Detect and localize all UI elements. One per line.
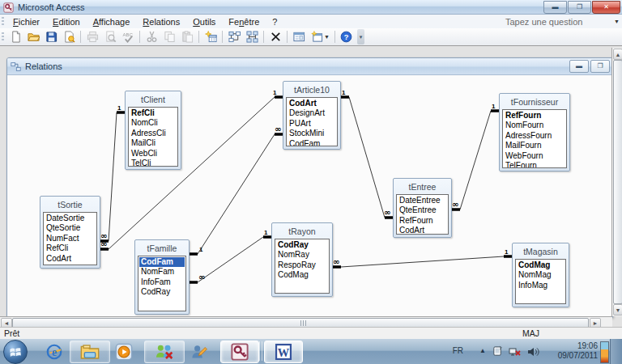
field-CodRay[interactable]: CodRay xyxy=(276,240,328,250)
all-relationships-button[interactable] xyxy=(243,28,261,45)
menu-outils[interactable]: Outils xyxy=(186,15,222,28)
database-window-button[interactable] xyxy=(290,28,308,45)
table-tArticle10[interactable]: tArticle10CodArtDesignArtPUArtStockMiniC… xyxy=(283,81,341,150)
table-title[interactable]: tFournisseur xyxy=(502,95,567,109)
field-NumFact[interactable]: NumFact xyxy=(45,234,96,243)
start-button[interactable] xyxy=(3,340,28,364)
field-DateSortie[interactable]: DateSortie xyxy=(45,214,96,223)
relations-title-bar[interactable]: Relations ▬ ❐ xyxy=(7,58,612,75)
field-QteEntree[interactable]: QteEntree xyxy=(398,205,447,215)
relations-maximize-button[interactable]: ❐ xyxy=(590,60,610,73)
title-bar[interactable]: Microsoft Access ▬ ❐ ✕ xyxy=(0,0,622,15)
relation-tMagasin-tRayon[interactable]: 1∞ xyxy=(333,248,512,267)
field-RefFourn[interactable]: RefFourn xyxy=(504,111,565,121)
taskbar-word-button[interactable]: W xyxy=(264,341,303,363)
volume-icon[interactable] xyxy=(526,345,539,358)
field-AdressFourn[interactable]: AdressFourn xyxy=(504,131,565,141)
clock[interactable]: 19:06 09/07/2011 xyxy=(558,341,598,361)
new-document-button[interactable] xyxy=(6,28,24,45)
field-MailCli[interactable]: MailCli xyxy=(130,138,177,148)
vertical-scrollbar[interactable]: ▲ ▼ xyxy=(611,48,622,316)
cut-button[interactable] xyxy=(143,28,160,45)
help-button[interactable]: ? xyxy=(338,28,356,45)
close-button[interactable]: ✕ xyxy=(592,1,620,14)
relation-tFournisseur-tEntree[interactable]: 1∞ xyxy=(452,103,499,210)
field-NomFourn[interactable]: NomFourn xyxy=(504,121,565,130)
field-StockMini[interactable]: StockMini xyxy=(288,129,336,138)
taskbar-windows-explorer-button[interactable] xyxy=(70,341,110,363)
field-CodArt[interactable]: CodArt xyxy=(398,226,447,235)
toolbar-grip[interactable] xyxy=(2,32,4,42)
field-WebCli[interactable]: WebCli xyxy=(130,149,177,159)
table-title[interactable]: tClient xyxy=(128,93,178,107)
field-AdressCli[interactable]: AdressCli xyxy=(130,129,177,138)
hidden-icons-icon[interactable]: ▲ xyxy=(479,347,486,354)
field-NomFam[interactable]: NomFam xyxy=(139,267,185,277)
menubar-grip[interactable] xyxy=(2,17,4,27)
paste-button[interactable] xyxy=(178,28,196,45)
field-RefCli[interactable]: RefCli xyxy=(45,243,96,253)
copy-button[interactable] xyxy=(160,28,178,45)
table-tFamille[interactable]: tFamilleCodFamNomFamInfoFamCodRay xyxy=(134,239,190,315)
print-preview-button[interactable] xyxy=(101,28,119,45)
action-center-icon[interactable] xyxy=(492,345,504,358)
show-table-button[interactable] xyxy=(202,28,219,45)
relation-tRayon-tFamille[interactable]: 1∞ xyxy=(190,229,271,282)
menu-relations[interactable]: Relations xyxy=(136,15,186,28)
language-indicator[interactable]: FR xyxy=(453,346,463,355)
table-title[interactable]: tRayon xyxy=(275,225,330,239)
desktop-gadget[interactable] xyxy=(600,341,609,363)
field-WebFourn[interactable]: WebFourn xyxy=(504,151,565,161)
file-search-button[interactable] xyxy=(60,28,78,45)
field-TelFourn[interactable]: TelFourn xyxy=(504,161,565,168)
relations-window[interactable]: Relations ▬ ❐ 1∞1∞1∞1∞1∞1∞1∞ tSortieDate… xyxy=(6,57,613,318)
spelling-button[interactable]: ABC xyxy=(119,28,137,45)
field-CodRay[interactable]: CodRay xyxy=(139,287,185,297)
field-InfoFam[interactable]: InfoFam xyxy=(139,277,185,287)
relations-minimize-button[interactable]: ▬ xyxy=(569,60,589,73)
scroll-up-icon[interactable]: ▲ xyxy=(613,49,622,60)
save-button[interactable] xyxy=(42,28,60,45)
table-tEntree[interactable]: tEntreeDateEntreeQteEntreeRefFournCodArt xyxy=(393,178,452,238)
field-CodFam[interactable]: CodFam xyxy=(288,139,336,146)
menu-edition[interactable]: Edition xyxy=(46,15,87,28)
relation-tClient-tSortie[interactable]: 1∞ xyxy=(100,104,125,241)
field-NomMag[interactable]: NomMag xyxy=(517,270,564,280)
vertical-scroll-thumb[interactable] xyxy=(613,60,622,304)
field-NomCli[interactable]: NomCli xyxy=(130,118,177,128)
table-tFournisseur[interactable]: tFournisseurRefFournNomFournAdressFournM… xyxy=(499,93,570,171)
table-tMagasin[interactable]: tMagasinCodMagNomMagInfoMag xyxy=(512,243,569,307)
field-RefFourn[interactable]: RefFourn xyxy=(398,216,447,226)
field-CodArt[interactable]: CodArt xyxy=(288,99,336,108)
field-CodMag[interactable]: CodMag xyxy=(276,270,328,280)
taskbar-internet-explorer-button[interactable]: e xyxy=(44,341,65,362)
field-NomRay[interactable]: NomRay xyxy=(276,250,328,260)
field-InfoMag[interactable]: InfoMag xyxy=(517,281,564,290)
field-DateEntree[interactable]: DateEntree xyxy=(398,196,447,205)
toolbar-options-icon[interactable]: ▾ xyxy=(357,29,364,44)
field-PUArt[interactable]: PUArt xyxy=(288,119,336,129)
menu-fentre[interactable]: Fenêtre xyxy=(222,15,266,28)
field-MailFourn[interactable]: MailFourn xyxy=(504,141,565,150)
menu-affichage[interactable]: Affichage xyxy=(87,15,137,28)
field-TelCli[interactable]: TelCli xyxy=(130,159,177,167)
scroll-down-icon[interactable]: ▼ xyxy=(613,304,622,315)
restore-button[interactable]: ❐ xyxy=(568,1,591,14)
new-object-button[interactable] xyxy=(308,28,326,45)
minimize-button[interactable]: ▬ xyxy=(543,1,567,14)
table-tClient[interactable]: tClientRefCliNomCliAdressCliMailCliWebCl… xyxy=(125,91,181,170)
taskbar-messenger-button[interactable] xyxy=(144,341,185,363)
open-folder-button[interactable] xyxy=(24,28,42,45)
delete-button[interactable] xyxy=(266,28,284,45)
field-DesignArt[interactable]: DesignArt xyxy=(288,108,336,118)
menu-?[interactable]: ? xyxy=(266,15,283,28)
field-CodMag[interactable]: CodMag xyxy=(517,260,564,270)
taskbar-access-button[interactable] xyxy=(220,341,259,363)
field-RefCli[interactable]: RefCli xyxy=(130,108,177,118)
question-box[interactable]: Tapez une question xyxy=(505,15,611,28)
taskbar-media-player-button[interactable] xyxy=(113,341,134,362)
print-button[interactable] xyxy=(83,28,101,45)
table-tRayon[interactable]: tRayonCodRayNomRayRespoRayCodMag xyxy=(271,222,333,297)
field-CodFam[interactable]: CodFam xyxy=(139,257,185,267)
table-title[interactable]: tMagasin xyxy=(515,245,566,259)
